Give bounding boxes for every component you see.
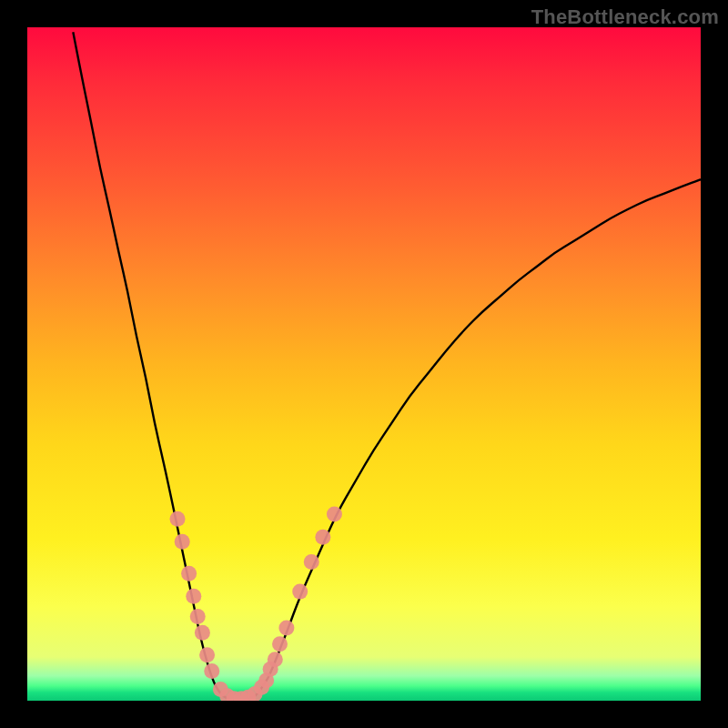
plot-area [27,27,701,701]
data-marker [175,534,190,550]
data-marker [268,652,283,667]
data-marker [315,530,330,545]
data-marker [304,554,319,570]
bottleneck-curve-path [73,32,701,701]
data-marker [170,511,186,527]
data-marker [190,609,206,624]
data-marker [181,566,197,581]
data-marker [195,625,210,641]
watermark-text: TheBottleneck.com [531,5,719,29]
data-marker [272,636,288,652]
data-marker [204,663,219,679]
data-marker [292,584,308,600]
bottleneck-curve [73,32,701,701]
data-marker [327,507,342,522]
chart-frame: TheBottleneck.com [0,0,728,728]
overlay-svg [27,27,701,701]
data-marker [186,589,201,604]
data-marker [278,621,294,636]
data-marker [199,647,215,662]
data-markers [170,507,342,701]
